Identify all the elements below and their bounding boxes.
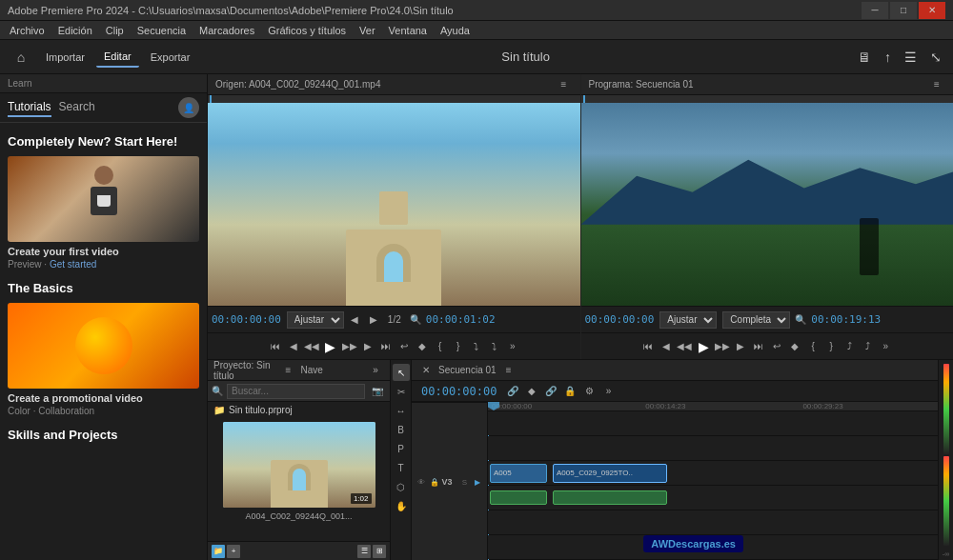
card1-link[interactable]: Get started bbox=[50, 259, 96, 270]
v2-track-content[interactable] bbox=[488, 436, 938, 460]
v3-sync-btn[interactable]: S bbox=[459, 476, 471, 488]
src-play-btn[interactable]: ▶ bbox=[321, 337, 340, 356]
fullscreen-icon[interactable]: ⤡ bbox=[926, 48, 945, 67]
src-in-mark-btn[interactable]: { bbox=[432, 338, 449, 355]
avatar-icon[interactable]: 👤 bbox=[178, 97, 199, 118]
src-out-mark-btn[interactable]: } bbox=[450, 338, 467, 355]
seq-menu-btn[interactable]: ≡ bbox=[500, 362, 517, 379]
tab-search[interactable]: Search bbox=[59, 98, 95, 117]
tutorial-thumb-2[interactable] bbox=[8, 303, 199, 389]
source-out-button[interactable]: ▶ bbox=[365, 311, 382, 329]
src-loop-btn[interactable]: ↩ bbox=[395, 338, 413, 355]
prg-step-back-btn[interactable]: ⏮ bbox=[639, 338, 657, 355]
prg-marker-btn[interactable]: ◆ bbox=[786, 338, 803, 355]
menu-graficos[interactable]: Gráficos y títulos bbox=[262, 23, 352, 38]
program-fit-select[interactable]: Ajustar bbox=[659, 311, 717, 329]
source-fit-select[interactable]: Ajustar bbox=[287, 311, 344, 329]
close-button[interactable]: ✕ bbox=[919, 2, 945, 19]
v3-lock-btn[interactable]: 🔒 bbox=[429, 476, 440, 488]
source-zoom-button[interactable]: 🔍 bbox=[407, 311, 424, 329]
a2-track-content[interactable] bbox=[488, 510, 938, 534]
prg-back-btn[interactable]: ◀◀ bbox=[676, 338, 693, 355]
tool-pen[interactable]: P bbox=[393, 440, 410, 457]
tab-tutorials[interactable]: Tutorials bbox=[8, 98, 51, 117]
prg-lift-btn[interactable]: ⤴ bbox=[841, 338, 858, 355]
tool-razor[interactable]: ✂ bbox=[393, 383, 410, 400]
clip-a005-c029[interactable]: A005_C029_0925TO.. bbox=[553, 464, 667, 483]
prg-play-btn[interactable]: ▶ bbox=[694, 337, 713, 356]
seq-link-btn[interactable]: 🔗 bbox=[542, 383, 559, 400]
source-menu-button[interactable]: ≡ bbox=[556, 76, 573, 93]
home-button[interactable]: ⌂ bbox=[8, 44, 34, 70]
program-zoom-button[interactable]: 🔍 bbox=[792, 311, 809, 329]
audio-clip-2[interactable] bbox=[553, 490, 667, 505]
new-item-icon[interactable]: + bbox=[227, 545, 240, 558]
v3-eye-btn[interactable]: 👁 bbox=[416, 476, 427, 488]
src-frame-back-btn[interactable]: ◀ bbox=[285, 338, 302, 355]
project-search-input[interactable] bbox=[227, 384, 365, 399]
audio-clip-1[interactable] bbox=[490, 490, 547, 505]
seq-expand-btn[interactable]: » bbox=[599, 383, 617, 400]
prg-extract-btn[interactable]: ⤴ bbox=[859, 338, 876, 355]
minimize-button[interactable]: ─ bbox=[862, 2, 888, 19]
seq-close-btn[interactable]: ✕ bbox=[417, 362, 435, 379]
seq-settings-btn[interactable]: ⚙ bbox=[580, 383, 598, 400]
project-menu-btn[interactable]: ≡ bbox=[280, 362, 297, 379]
menu-secuencia[interactable]: Secuencia bbox=[132, 23, 192, 38]
src-overwrite-btn[interactable]: ⤵ bbox=[486, 338, 503, 355]
source-timeline[interactable] bbox=[208, 95, 580, 103]
tool-ripple[interactable]: B bbox=[393, 421, 410, 438]
new-bin-icon[interactable]: 📁 bbox=[212, 545, 225, 558]
nav-importar[interactable]: Importar bbox=[38, 48, 92, 67]
prg-frame-back-btn[interactable]: ◀ bbox=[658, 338, 675, 355]
prg-frame-fwd-btn[interactable]: ▶ bbox=[732, 338, 749, 355]
v3-track-content[interactable] bbox=[488, 411, 938, 435]
v1-track-content[interactable]: A005 A005_C029_0925TO.. bbox=[488, 461, 938, 485]
program-timeline[interactable] bbox=[581, 95, 954, 103]
menu-archivo[interactable]: Archivo bbox=[4, 23, 51, 38]
maximize-button[interactable]: □ bbox=[890, 2, 917, 19]
v3-target-btn[interactable]: ▶ bbox=[472, 476, 483, 488]
menu-ver[interactable]: Ver bbox=[354, 23, 381, 38]
project-clip-icon[interactable]: 📷 bbox=[369, 383, 386, 400]
menu-edicion[interactable]: Edición bbox=[52, 23, 98, 38]
icon-list-view[interactable]: ☰ bbox=[357, 545, 371, 558]
tool-select[interactable]: ↖ bbox=[393, 364, 410, 381]
project-expand-btn[interactable]: » bbox=[367, 362, 384, 379]
clip-thumbnail[interactable]: 1:02 bbox=[223, 422, 375, 508]
seq-snap-btn[interactable]: 🔗 bbox=[504, 383, 521, 400]
src-step-fwd-btn[interactable]: ⏭ bbox=[377, 338, 395, 355]
tool-shape[interactable]: ⬡ bbox=[393, 478, 410, 495]
menu-clip[interactable]: Clip bbox=[100, 23, 130, 38]
seq-marker-btn[interactable]: ◆ bbox=[523, 383, 540, 400]
src-expand-btn[interactable]: » bbox=[504, 338, 521, 355]
nav-editar[interactable]: Editar bbox=[96, 47, 139, 68]
prg-out-mark-btn[interactable]: } bbox=[822, 338, 840, 355]
prg-fwd-btn[interactable]: ▶▶ bbox=[714, 338, 731, 355]
tool-track-select[interactable]: ↔ bbox=[393, 402, 410, 419]
tool-hand[interactable]: ✋ bbox=[393, 497, 410, 514]
src-back-btn[interactable]: ◀◀ bbox=[303, 338, 320, 355]
menu-ayuda[interactable]: Ayuda bbox=[435, 23, 476, 38]
icon-thumb-view[interactable]: ⊞ bbox=[373, 545, 386, 558]
prg-step-fwd-btn[interactable]: ⏭ bbox=[750, 338, 767, 355]
monitor-icon[interactable]: 🖥 bbox=[854, 48, 875, 67]
src-fwd-btn[interactable]: ▶▶ bbox=[341, 338, 358, 355]
export-icon[interactable]: ↑ bbox=[881, 48, 895, 67]
clip-a005[interactable]: A005 bbox=[490, 464, 547, 483]
a1-track-content[interactable] bbox=[488, 486, 938, 510]
prg-in-mark-btn[interactable]: { bbox=[804, 338, 821, 355]
seq-lock-btn[interactable]: 🔒 bbox=[561, 383, 578, 400]
source-in-button[interactable]: ◀ bbox=[346, 311, 363, 329]
sequence-ruler[interactable]: 00:00:00:00 00:00:14:23 00:00:29:23 bbox=[488, 402, 938, 411]
prg-expand-btn[interactable]: » bbox=[877, 338, 894, 355]
src-insert-btn[interactable]: ⤵ bbox=[468, 338, 485, 355]
program-menu-button[interactable]: ≡ bbox=[928, 76, 945, 93]
src-step-back-btn[interactable]: ⏮ bbox=[267, 338, 284, 355]
src-frame-fwd-btn[interactable]: ▶ bbox=[359, 338, 376, 355]
nav-exportar[interactable]: Exportar bbox=[143, 48, 198, 67]
tutorial-thumb-1[interactable] bbox=[8, 156, 199, 242]
program-full-select[interactable]: Completa bbox=[722, 311, 790, 329]
src-marker-btn[interactable]: ◆ bbox=[414, 338, 431, 355]
prg-loop-btn[interactable]: ↩ bbox=[768, 338, 785, 355]
